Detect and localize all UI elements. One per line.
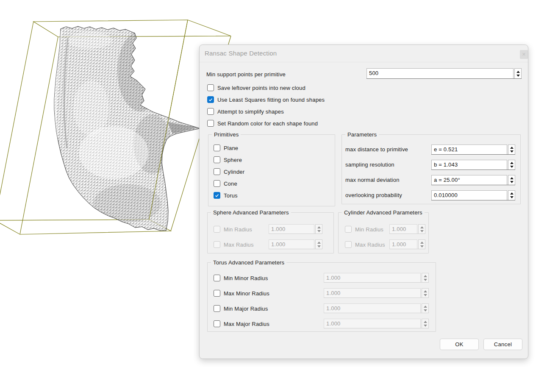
param-value[interactable]: 0.010000 xyxy=(431,190,507,200)
torus-min-minor-row[interactable]: Min Minor Radius xyxy=(214,274,268,282)
primitive-cylinder[interactable]: Cylinder xyxy=(214,168,244,175)
value: 1.000 xyxy=(324,303,421,313)
spinner xyxy=(422,303,429,313)
torus-max-major-row[interactable]: Max Major Radius xyxy=(214,320,269,328)
param-value[interactable]: e = 0.521 xyxy=(431,145,507,154)
value: 1.000 xyxy=(324,273,421,282)
cancel-button[interactable]: Cancel xyxy=(483,339,522,350)
primitive-cone[interactable]: Cone xyxy=(214,180,237,187)
spinner xyxy=(422,288,429,297)
checkbox-label: Min Minor Radius xyxy=(224,275,268,281)
sphere-min-radius-row: Min Radius xyxy=(214,225,252,233)
checkbox xyxy=(214,241,220,248)
checkbox[interactable] xyxy=(214,275,220,281)
checkbox-row-least-squares[interactable]: Use Least Squares fitting on found shape… xyxy=(207,96,325,103)
torus-advanced-group: Torus Advanced Parameters Min Minor Radi… xyxy=(207,262,436,332)
spinner[interactable] xyxy=(508,145,515,154)
checkbox[interactable] xyxy=(214,320,220,327)
checkbox[interactable] xyxy=(214,290,220,297)
close-button[interactable]: ✕ xyxy=(520,50,528,59)
sampling-resolution-spinbox[interactable]: b = 1.043 xyxy=(431,160,515,170)
checkbox[interactable] xyxy=(207,120,214,127)
primitive-torus[interactable]: Torus xyxy=(214,192,238,199)
spinner xyxy=(422,319,429,328)
max-distance-spinbox[interactable]: e = 0.521 xyxy=(431,145,515,155)
parameters-group: Parameters max distance to primitive e =… xyxy=(342,134,521,204)
param-label: sampling resolution xyxy=(345,161,394,168)
checkbox[interactable] xyxy=(207,84,214,91)
ok-button[interactable]: OK xyxy=(440,339,479,350)
checkbox-label: Max Radius xyxy=(355,242,385,248)
checkbox[interactable] xyxy=(214,180,220,187)
torus-min-major-row[interactable]: Min Major Radius xyxy=(214,305,268,312)
primitive-sphere[interactable]: Sphere xyxy=(214,156,242,164)
spin-up-icon xyxy=(424,290,427,292)
torus-group-title: Torus Advanced Parameters xyxy=(211,259,286,266)
dialog-title: Ransac Shape Detection xyxy=(205,50,277,57)
checkbox-label: Max Radius xyxy=(224,242,254,248)
spinner[interactable] xyxy=(508,175,515,185)
min-support-spinner[interactable] xyxy=(514,68,522,78)
max-normal-deviation-spinbox[interactable]: a = 25.00° xyxy=(431,175,515,185)
checkbox-label: Cone xyxy=(224,181,237,187)
spin-up-icon[interactable] xyxy=(510,162,514,164)
spinner xyxy=(418,224,425,234)
checkbox-row-save-leftover[interactable]: Save leftover points into new cloud xyxy=(207,84,305,92)
overlooking-probability-spinbox[interactable]: 0.010000 xyxy=(431,190,515,200)
spin-up-icon xyxy=(317,226,321,228)
spin-up-icon xyxy=(424,306,427,308)
spin-up-icon[interactable] xyxy=(516,71,520,73)
spinner[interactable] xyxy=(508,190,515,200)
checkbox xyxy=(345,241,352,248)
torus-max-minor-row[interactable]: Max Minor Radius xyxy=(214,289,269,297)
checkbox[interactable] xyxy=(214,305,220,312)
checkbox-row-simplify[interactable]: Attempt to simplify shapes xyxy=(207,108,284,115)
spin-up-icon xyxy=(420,226,424,228)
torus-min-minor-spinbox: 1.000 xyxy=(324,273,429,283)
value: 1.000 xyxy=(389,239,417,249)
spin-down-icon[interactable] xyxy=(510,196,514,198)
spinner[interactable] xyxy=(508,160,515,170)
checkbox[interactable] xyxy=(207,96,214,103)
checkbox-label: Set Random color for each shape found xyxy=(217,120,318,127)
spin-down-icon[interactable] xyxy=(516,75,520,77)
spin-up-icon xyxy=(424,275,427,277)
value: 1.000 xyxy=(269,239,314,249)
spin-up-icon[interactable] xyxy=(510,177,514,179)
param-value[interactable]: a = 25.00° xyxy=(431,175,507,185)
spin-down-icon[interactable] xyxy=(510,150,514,153)
primitive-plane[interactable]: Plane xyxy=(214,144,238,152)
value: 1.000 xyxy=(389,224,417,234)
spin-down-icon xyxy=(420,245,424,247)
check-icon xyxy=(208,97,213,102)
checkbox-label: Attempt to simplify shapes xyxy=(217,108,284,115)
checkbox-label: Max Minor Radius xyxy=(224,290,269,297)
checkbox[interactable] xyxy=(207,108,214,115)
value: 1.000 xyxy=(269,224,314,234)
checkbox[interactable] xyxy=(214,168,220,175)
param-value[interactable]: b = 1.043 xyxy=(431,160,507,170)
checkbox-row-random-color[interactable]: Set Random color for each shape found xyxy=(207,120,318,127)
spinner xyxy=(315,224,322,234)
min-support-spinbox[interactable]: 500 xyxy=(367,68,522,79)
spin-down-icon[interactable] xyxy=(510,166,514,168)
checkbox xyxy=(214,226,220,233)
torus-max-minor-spinbox: 1.000 xyxy=(324,288,429,298)
checkbox[interactable] xyxy=(214,145,220,151)
spin-up-icon[interactable] xyxy=(510,192,514,195)
checkbox-label: Sphere xyxy=(224,157,242,163)
mesh-surface xyxy=(51,20,203,237)
spin-up-icon[interactable] xyxy=(510,147,514,149)
cylinder-advanced-group: Cylinder Advanced Parameters Min Radius … xyxy=(338,212,429,253)
app-root: { "viewport": { "background": "#ffffff",… xyxy=(0,0,547,392)
spin-down-icon[interactable] xyxy=(510,181,514,183)
check-icon xyxy=(214,193,219,198)
spin-down-icon xyxy=(424,279,427,281)
checkbox[interactable] xyxy=(214,156,220,163)
checkbox[interactable] xyxy=(214,192,220,199)
param-label: max normal deviation xyxy=(345,177,400,183)
min-support-value[interactable]: 500 xyxy=(367,68,514,78)
cylinder-max-radius-spinbox: 1.000 xyxy=(389,239,425,249)
parameters-group-title: Parameters xyxy=(345,131,379,138)
spin-down-icon xyxy=(317,245,321,247)
